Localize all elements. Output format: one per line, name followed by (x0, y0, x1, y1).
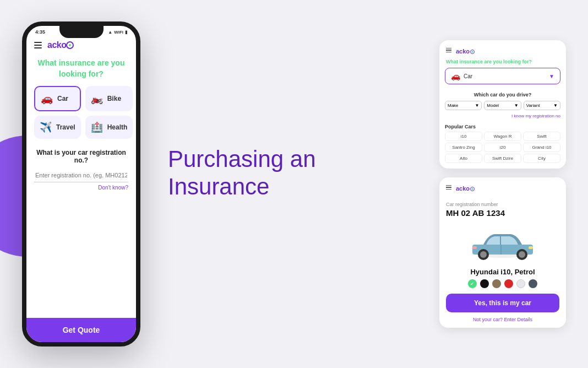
mini-which-car-label: Which car do you drive? (439, 90, 566, 101)
health-icon: 🏥 (91, 121, 103, 133)
mini-model-select[interactable]: Model ▼ (484, 101, 521, 110)
model-label: Model (487, 103, 499, 108)
mini-acko-logo-2: acko (456, 183, 475, 193)
mini-car-grid: i10 Wagon R Swift Santro Zing i20 Grand … (439, 132, 566, 169)
car-item-santro[interactable]: Santro Zing (445, 143, 482, 152)
travel-icon: ✈️ (40, 121, 52, 133)
car-item-wagonr[interactable]: Wagon R (484, 132, 521, 141)
phone-header: acko (34, 37, 128, 55)
get-quote-button[interactable]: Get Quote (34, 326, 128, 334)
mini-acko-text-2: acko (456, 185, 475, 192)
insurance-grid: 🚗 Car 🏍️ Bike ✈️ Travel 🏥 Health (34, 86, 128, 139)
mini-car-icon: 🚗 (451, 72, 460, 80)
acko-logo-o (66, 41, 74, 49)
car-item-city[interactable]: City (523, 154, 560, 163)
swatch-black[interactable] (480, 279, 489, 288)
menu-icon[interactable] (34, 42, 42, 48)
mini-variant-select[interactable]: Variant ▼ (524, 101, 560, 110)
color-swatches: ✓ (439, 279, 566, 288)
mini-make-select[interactable]: Make ▼ (445, 101, 482, 110)
insurance-travel[interactable]: ✈️ Travel (34, 116, 81, 139)
car-name: Hyundai i10, Petrol (439, 264, 566, 279)
not-car-label: Not your car? (473, 317, 503, 322)
mini-menu-icon[interactable] (446, 48, 451, 54)
reg-label: Car registration number (439, 196, 566, 208)
car-item-grandi10[interactable]: Grand i10 (523, 143, 560, 152)
mini-card-2: acko Car registration number MH 02 AB 12… (439, 177, 566, 328)
make-label: Make (448, 103, 459, 108)
svg-rect-6 (529, 246, 533, 249)
mini-card-1: acko What insurance are you looking for?… (439, 40, 566, 169)
travel-label: Travel (56, 123, 75, 131)
main-heading: Purchasing an Insurance (168, 145, 423, 201)
acko-text: acko (47, 40, 66, 50)
insurance-car[interactable]: 🚗 Car (34, 86, 81, 111)
car-svg (467, 225, 538, 261)
bike-label: Bike (107, 95, 121, 102)
page-layout: 4:35 ▲ WiFi ▮ acko What insurance are (0, 0, 588, 368)
swatch-green[interactable]: ✓ (468, 279, 477, 288)
mini-dropdown-left: 🚗 Car (451, 72, 472, 80)
swatch-white[interactable] (516, 279, 525, 288)
make-chevron: ▼ (475, 103, 479, 108)
car-item-alto[interactable]: Alto (445, 154, 482, 163)
small-cards-area: acko What insurance are you looking for?… (439, 40, 566, 328)
chevron-down-icon: ▼ (549, 73, 554, 79)
car-item-i20[interactable]: i20 (484, 143, 521, 152)
center-section: Purchasing an Insurance (140, 145, 439, 223)
svg-rect-7 (472, 246, 477, 249)
mini-question: What insurance are you looking for? (439, 59, 566, 68)
phone-notch (59, 26, 104, 38)
not-your-car-text: Not your car? Enter Details (439, 317, 566, 328)
reg-question: What is your car registration no.? (34, 149, 128, 164)
health-label: Health (107, 123, 128, 131)
mini-reg-link[interactable]: I know my registration no (439, 112, 566, 122)
car-item-swift[interactable]: Swift (523, 132, 560, 141)
signal-icon: ▲ (108, 30, 112, 35)
phone-frame: 4:35 ▲ WiFi ▮ acko What insurance are (22, 21, 140, 347)
mini-popular-label: Popular Cars (439, 122, 566, 132)
phone-footer: Get Quote (26, 318, 136, 342)
car-image-container (439, 222, 566, 264)
mini-card-1-header: acko (439, 40, 566, 59)
mini-menu-icon-2[interactable] (446, 185, 451, 191)
mini-acko-logo: acko (456, 46, 475, 56)
svg-point-3 (480, 251, 487, 258)
dont-know-link[interactable]: Don't know? (34, 185, 128, 191)
status-time: 4:35 (35, 29, 45, 35)
mini-acko-text: acko (456, 48, 475, 55)
car-label: Car (57, 95, 68, 102)
battery-icon: ▮ (125, 30, 127, 35)
registration-section: What is your car registration no.? Don't… (34, 149, 128, 191)
mini-card-2-header: acko (439, 177, 566, 196)
swatch-red[interactable] (504, 279, 513, 288)
insurance-health[interactable]: 🏥 Health (85, 116, 133, 139)
car-item-i10[interactable]: i10 (445, 132, 482, 141)
reg-number: MH 02 AB 1234 (439, 208, 566, 222)
reg-input[interactable] (34, 169, 128, 182)
mini-dropdown-value: Car (464, 73, 472, 79)
yes-car-button[interactable]: Yes, this is my car (446, 294, 559, 312)
variant-label: Variant (526, 103, 540, 108)
mini-car-dropdown[interactable]: 🚗 Car ▼ (445, 68, 560, 84)
status-icons: ▲ WiFi ▮ (108, 30, 127, 35)
mini-selects: Make ▼ Model ▼ Variant ▼ (439, 101, 566, 112)
phone-content: acko What insurance are you looking for?… (26, 36, 136, 335)
model-chevron: ▼ (514, 103, 519, 108)
swatch-brown[interactable] (492, 279, 501, 288)
swatch-gray[interactable] (529, 279, 537, 288)
phone-question: What insurance are you looking for? (34, 58, 128, 79)
enter-details-link[interactable]: Enter Details (504, 317, 533, 322)
wifi-icon: WiFi (114, 30, 123, 35)
car-item-swiftdzire[interactable]: Swift Dzire (484, 154, 521, 163)
bike-icon: 🏍️ (91, 93, 103, 105)
svg-point-5 (519, 251, 525, 258)
insurance-bike[interactable]: 🏍️ Bike (85, 86, 133, 111)
car-icon: 🚗 (41, 93, 53, 105)
variant-chevron: ▼ (553, 103, 558, 108)
acko-dot (69, 44, 71, 46)
acko-logo: acko (47, 40, 74, 50)
